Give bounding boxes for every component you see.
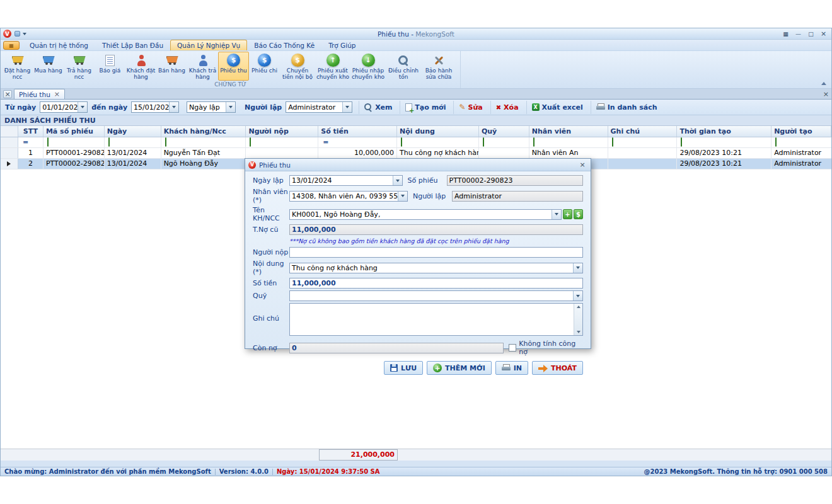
close-tab-button[interactable]	[3, 90, 12, 98]
column-header-nguoi-nop[interactable]: Người nộp	[246, 126, 318, 137]
quick-access-toolbar[interactable]	[14, 31, 26, 37]
ribbon-item-bao-hanh-sua-chua[interactable]: Bảo hành sửa chữa	[421, 52, 456, 81]
ribbon-item-ban-hang[interactable]: Bán hàng	[156, 52, 187, 81]
minimize-button[interactable]	[793, 30, 804, 38]
print-button[interactable]: IN	[495, 361, 528, 375]
column-header-ngay[interactable]: Ngày	[105, 126, 161, 137]
ribbon-item-phieu-xuat-chuyen-kho[interactable]: Phiếu xuất chuyển kho	[315, 52, 350, 81]
filter-cell-noi-dung[interactable]	[397, 137, 479, 147]
column-header-noi-dung[interactable]: Nội dung	[397, 126, 479, 137]
maximize-button[interactable]	[806, 30, 816, 38]
ribbon-item-mua-hang[interactable]: Mua hàng	[33, 52, 64, 81]
table-row[interactable]: 1 PTT00001-290823 13/01/2024 Nguyễn Tấn …	[1, 148, 831, 159]
ten-kh-select[interactable]: KH0001, Ngô Hoàng Đẫy,	[289, 209, 562, 220]
add-customer-button[interactable]	[563, 209, 572, 219]
ghi-chu-textarea[interactable]	[289, 303, 583, 336]
menu-tab-quan-tri-he-thong[interactable]: Quản trị hệ thống	[23, 40, 95, 50]
coin-icon	[227, 54, 240, 67]
ribbon-item-dat-hang-ncc[interactable]: Đặt hàng ncc	[2, 52, 33, 81]
tab-close-icon[interactable]	[54, 90, 60, 98]
person-icon	[136, 55, 146, 66]
ribbon-item-khach-tra-hang[interactable]: Khách trả hàng	[187, 52, 218, 81]
to-date-input[interactable]: 15/01/2024	[131, 101, 179, 113]
tab-phieu-thu[interactable]: Phiếu thu	[14, 89, 65, 99]
dropdown-button[interactable]	[169, 102, 178, 112]
quick-access-icon[interactable]	[14, 31, 20, 37]
ribbon-item-phieu-chi[interactable]: Phiếu chi	[249, 52, 280, 81]
refresh-debt-button[interactable]	[574, 209, 583, 219]
ngay-lap-input[interactable]: 13/01/2024	[289, 175, 403, 186]
ribbon-item-phieu-thu[interactable]: Phiếu thu	[218, 52, 249, 81]
chevron-down-icon[interactable]	[23, 33, 26, 35]
filter-cell-ma[interactable]	[43, 137, 105, 147]
save-button[interactable]: LƯU	[384, 361, 423, 375]
menu-tab-bao-cao-thong-ke[interactable]: Báo Cáo Thống Kê	[247, 40, 321, 50]
tabstrip-close-icon[interactable]	[823, 90, 829, 98]
column-header-nhan-vien[interactable]: Nhân viên	[529, 126, 608, 137]
from-date-input[interactable]: 01/01/2024	[40, 101, 88, 113]
layout-icon[interactable]	[780, 30, 791, 38]
ribbon-item-bao-gia[interactable]: Báo giá	[95, 52, 125, 81]
filter-cell-ngay[interactable]	[105, 137, 161, 147]
delete-button[interactable]: Xóa	[490, 101, 524, 114]
filter-cell-nhan-vien[interactable]	[529, 137, 608, 147]
view-button[interactable]: Xem	[359, 101, 397, 114]
export-excel-button[interactable]: Xuất excel	[526, 101, 588, 114]
dropdown-button[interactable]	[573, 263, 582, 273]
nguoi-nop-input[interactable]	[289, 247, 583, 258]
date-type-select[interactable]: Ngày lập	[187, 101, 236, 113]
column-header-ma-so-phieu[interactable]: Mã số phiếu	[43, 126, 105, 137]
dialog-close-button[interactable]	[577, 161, 587, 169]
filter-cell-khach[interactable]	[161, 137, 246, 147]
menu-tab-tro-giup[interactable]: Trợ Giúp	[321, 40, 362, 50]
dropdown-button[interactable]	[78, 102, 87, 112]
ribbon-item-dieu-chinh-ton[interactable]: Điều chỉnh tồn	[386, 52, 421, 81]
dropdown-button[interactable]	[342, 102, 352, 112]
scroll-down-icon[interactable]	[577, 331, 581, 333]
filter-cell-ghi-chu[interactable]	[608, 137, 678, 147]
filter-cell-quy[interactable]	[479, 137, 529, 147]
column-header-so-tien[interactable]: Số tiền	[318, 126, 397, 137]
close-button[interactable]	[818, 30, 829, 38]
scrollbar[interactable]	[574, 304, 582, 335]
skin-selector-button[interactable]	[3, 41, 20, 50]
ribbon-item-tra-hang-ncc[interactable]: Trả hàng ncc	[64, 52, 95, 81]
nhan-vien-select[interactable]: 14308, Nhân viên An, 0939 55 11 90	[289, 191, 408, 202]
so-tien-input[interactable]: 11,000,000	[289, 278, 583, 289]
filter-cell-nguoi-nop[interactable]	[246, 137, 318, 147]
menu-tab-thiet-lap-ban-dau[interactable]: Thiết Lập Ban Đầu	[95, 40, 170, 50]
filter-cell-so-tien[interactable]: =	[318, 137, 397, 147]
menu-tab-quan-ly-nghiep-vu[interactable]: Quản Lý Nghiệp Vụ	[170, 40, 247, 50]
filter-cell-tg-tao[interactable]	[677, 137, 771, 147]
cart-icon	[73, 55, 86, 65]
dropdown-button[interactable]	[552, 210, 561, 219]
ribbon-collapse-icon[interactable]	[821, 82, 826, 85]
dialog-title-bar[interactable]: V Phiếu thu	[245, 159, 591, 171]
print-list-button[interactable]: In danh sách	[591, 101, 662, 114]
column-header-thoi-gian-tao[interactable]: Thời gian tạo	[677, 126, 771, 137]
column-header-nguoi-tao[interactable]: Người tạo	[771, 126, 831, 137]
column-header-ghi-chu[interactable]: Ghi chú	[608, 126, 678, 137]
creator-select[interactable]: Administrator	[286, 101, 352, 113]
filter-cell-nguoi-tao[interactable]	[771, 137, 831, 147]
dropdown-button[interactable]	[573, 291, 582, 301]
column-header-quy[interactable]: Quỹ	[479, 126, 529, 137]
ribbon-item-khach-dat-hang[interactable]: Khách đặt hàng	[125, 52, 156, 81]
dropdown-button[interactable]	[226, 102, 235, 112]
column-header-khach-hang[interactable]: Khách hàng/Ncc	[161, 126, 246, 137]
create-new-button[interactable]: Tạo mới	[400, 101, 451, 114]
ribbon-item-chuyen-tien-noi-bo[interactable]: Chuyển tiền nội bộ	[280, 52, 315, 81]
edit-button[interactable]: Sửa	[453, 101, 487, 114]
cart-icon	[166, 55, 178, 65]
add-new-button[interactable]: THÊM MỚI	[427, 361, 492, 375]
khong-tinh-cong-no-checkbox[interactable]	[509, 344, 516, 352]
ribbon-item-phieu-nhap-chuyen-kho[interactable]: Phiếu nhập chuyển kho	[350, 52, 386, 81]
dropdown-button[interactable]	[393, 176, 402, 185]
noi-dung-select[interactable]: Thu công nợ khách hàng	[289, 263, 583, 273]
quy-select[interactable]	[289, 290, 583, 301]
column-header-stt[interactable]: STT	[18, 126, 43, 137]
scroll-up-icon[interactable]	[577, 306, 581, 308]
dropdown-button[interactable]	[398, 192, 407, 201]
filter-cell-stt[interactable]: =	[18, 137, 43, 147]
exit-button[interactable]: THOÁT	[532, 361, 583, 375]
